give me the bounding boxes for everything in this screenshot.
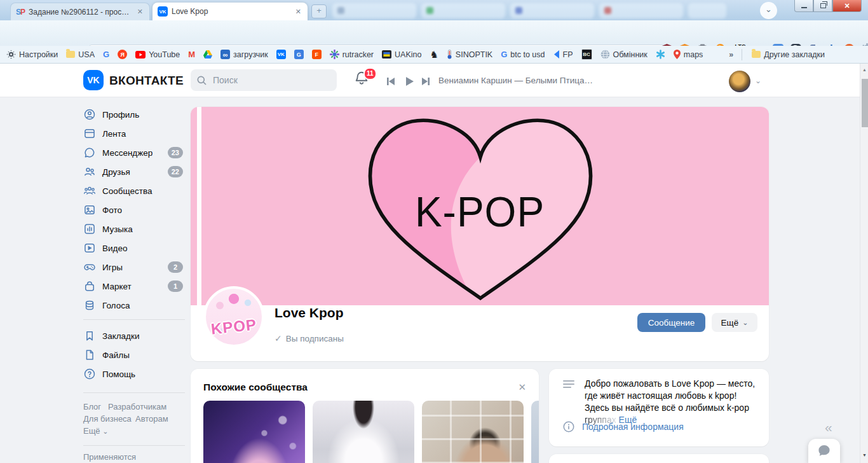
bookmark-rutracker[interactable]: rutracker	[330, 50, 374, 59]
vk-icon: VK	[276, 50, 286, 59]
bookmark-obminnik[interactable]: Обмінник	[600, 50, 648, 59]
footer-link-authors[interactable]: Авторам	[135, 414, 168, 424]
user-menu-chevron-icon[interactable]: ⌄	[755, 76, 761, 85]
scrollbar-thumb[interactable]	[862, 79, 868, 127]
sidebar-item-messenger[interactable]: Мессенджер 23	[75, 143, 184, 162]
rutracker-icon	[330, 50, 339, 59]
player-next-icon[interactable]	[421, 77, 431, 86]
page-scrollbar[interactable]: ▲ ▼	[860, 64, 868, 463]
search-icon	[197, 76, 207, 85]
footer-link-blog[interactable]: Блог	[83, 402, 101, 411]
chat-widget-button[interactable]	[808, 439, 840, 463]
gmail-icon: M	[188, 50, 195, 59]
bookmark-uakino[interactable]: UAKino	[382, 50, 421, 59]
kyivstar-star-icon	[656, 50, 665, 59]
bookmark-bc[interactable]: BC	[581, 49, 592, 60]
bookmark-yandex[interactable]: Я	[118, 50, 127, 59]
bookmark-kyivstar[interactable]	[656, 50, 665, 59]
other-bookmarks[interactable]: Другие закладки	[752, 50, 825, 59]
group-avatar[interactable]: KPOP	[203, 286, 264, 347]
search-box[interactable]	[191, 69, 337, 91]
player-prev-icon[interactable]	[386, 77, 396, 86]
bookmark-vk[interactable]: VK	[276, 50, 286, 59]
player-play-icon[interactable]	[405, 76, 414, 86]
sidebar-item-help[interactable]: Помощь	[75, 364, 184, 384]
notifications-button[interactable]: 11	[353, 70, 375, 92]
sidebar-item-files[interactable]: Файлы	[75, 345, 184, 364]
bookmark-google[interactable]: G	[103, 50, 109, 59]
detailed-info-row[interactable]: Подробная информация	[563, 421, 684, 432]
similar-community-thumbnail[interactable]	[531, 401, 539, 463]
similar-community-thumbnail[interactable]	[422, 401, 524, 463]
bookmark-drive[interactable]	[203, 50, 212, 59]
bookmark-folder-usa[interactable]: USA	[66, 50, 95, 59]
close-icon[interactable]: ✕	[518, 382, 526, 393]
tab-close-icon[interactable]: ✕	[294, 8, 302, 16]
similar-community-thumbnail[interactable]	[203, 401, 305, 463]
bookmark-settings[interactable]: Настройки	[6, 50, 58, 59]
sidebar-label: Мессенджер	[102, 148, 153, 158]
user-avatar[interactable]	[729, 71, 750, 92]
footer-more-label: Ещё	[83, 426, 100, 436]
group-description: Добро пожаловать в Love Kpop — место, гд…	[585, 378, 760, 426]
footer-link-developers[interactable]: Разработчикам	[108, 402, 166, 411]
group-more-button[interactable]: Ещё ⌄	[712, 313, 757, 332]
cover-title: K-POP	[191, 188, 769, 237]
minimize-button[interactable]	[794, 0, 813, 12]
sidebar-item-profile[interactable]: Профиль	[75, 105, 184, 124]
bookmark-youtube[interactable]: YouTube	[135, 50, 180, 59]
more-label: Ещё	[721, 318, 739, 328]
close-button[interactable]: ✕	[832, 0, 862, 12]
bookmark-f-site[interactable]: F	[312, 50, 322, 59]
bookmark-zagruzchik[interactable]: ∞загрузчик	[220, 50, 268, 59]
tab-close-icon[interactable]: ✕	[136, 8, 144, 16]
window-controls: ✕	[794, 0, 862, 12]
sidebar-item-games[interactable]: Игры 2	[75, 258, 184, 277]
footer-link-more[interactable]: Ещё ⌄	[83, 426, 108, 436]
footer-link-business[interactable]: Для бизнеса	[83, 414, 132, 424]
bookmark-label: загрузчик	[233, 50, 268, 59]
tab-title: Love Kpop	[172, 7, 290, 16]
scrollbar-down-icon[interactable]: ▼	[860, 453, 868, 457]
restore-button[interactable]	[813, 0, 832, 12]
sidebar-label: Видео	[102, 244, 127, 253]
sidebar-item-communities[interactable]: Сообщества	[75, 181, 184, 200]
sidebar-item-bookmarks[interactable]: Закладки	[75, 326, 184, 345]
bookmark-blue-app[interactable]: G	[294, 50, 304, 59]
sidebar-item-market[interactable]: Маркет 1	[75, 277, 184, 296]
bookmark-btc-to-usd[interactable]: Gbtc to usd	[501, 50, 545, 59]
new-tab-button[interactable]: +	[311, 4, 327, 18]
tab-list-chevron-icon[interactable]: ⌄	[760, 2, 777, 19]
tab-love-kpop[interactable]: VK Love Kpop ✕	[153, 3, 308, 20]
shopping-bag-icon	[83, 280, 96, 293]
bookmark-chess[interactable]: ♞	[430, 49, 438, 60]
bookmarks-overflow-chevron[interactable]: »	[729, 50, 733, 59]
now-playing-track[interactable]: Вениамин Каршин — Белыми Птица…	[438, 76, 593, 85]
sidebar-item-voices[interactable]: Голоса	[75, 296, 184, 315]
bookmark-gmail[interactable]: M	[188, 50, 195, 59]
sidebar-item-feed[interactable]: Лента	[75, 124, 184, 143]
globe-icon	[600, 50, 610, 59]
help-icon	[83, 368, 96, 380]
bookmark-fp[interactable]: FP	[553, 50, 573, 59]
sidebar-item-photos[interactable]: Фото	[75, 200, 184, 219]
vk-wordmark[interactable]: ВКОНТАКТЕ	[109, 74, 184, 88]
scrollbar-up-icon[interactable]: ▲	[860, 67, 868, 72]
bookmarks-separator	[742, 49, 742, 60]
sidebar-item-music[interactable]: Музыка	[75, 219, 184, 238]
detailed-info-link[interactable]: Подробная информация	[582, 422, 684, 432]
tab-task[interactable]: SP Задание №2906112 - просмотр з ✕	[10, 3, 150, 20]
similar-community-thumbnail[interactable]	[313, 401, 414, 463]
search-input[interactable]	[212, 74, 322, 86]
thermometer-icon	[447, 50, 452, 59]
sidebar-divider	[83, 445, 185, 446]
bookmark-maps[interactable]: maps	[674, 50, 703, 59]
sidebar-item-video[interactable]: Видео	[75, 238, 184, 258]
sidebar-item-friends[interactable]: Друзья 22	[75, 162, 184, 181]
bookmark-sinoptik[interactable]: SINOPTIK	[447, 50, 492, 59]
vk-logo[interactable]: VK	[83, 70, 104, 90]
ghost-favicon	[337, 7, 344, 14]
message-button[interactable]: Сообщение	[637, 313, 705, 332]
collapse-chevrons-icon[interactable]: «	[825, 420, 831, 435]
bookmark-label: UAKino	[395, 50, 421, 59]
